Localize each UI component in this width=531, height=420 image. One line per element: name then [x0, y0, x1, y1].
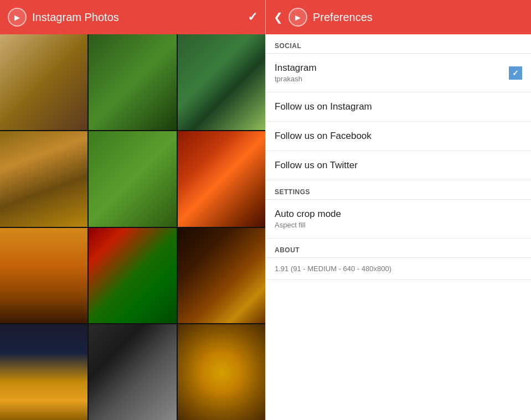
photo-cell[interactable]: [0, 131, 87, 227]
pref-text-follow-instagram: Follow us on Instagram: [275, 101, 372, 112]
left-panel: Instagram Photos ✓: [0, 0, 265, 420]
pref-title-follow-twitter: Follow us on Twitter: [275, 160, 358, 171]
section-header-settings: SETTINGS: [266, 180, 531, 200]
pref-title-follow-instagram: Follow us on Instagram: [275, 101, 372, 112]
photo-cell[interactable]: [178, 34, 265, 130]
left-panel-title: Instagram Photos: [32, 11, 242, 24]
app-logo-left: [8, 8, 27, 27]
instagram-checkbox[interactable]: [509, 66, 522, 80]
pref-text-follow-twitter: Follow us on Twitter: [275, 160, 358, 171]
photo-cell[interactable]: [89, 228, 176, 324]
right-panel: ❮ Preferences SOCIAL Instagram tprakash …: [265, 0, 531, 420]
photo-cell[interactable]: [89, 324, 176, 420]
photo-cell[interactable]: [178, 324, 265, 420]
pref-subtitle-auto-crop: Aspect fill: [275, 221, 341, 229]
section-header-about: ABOUT: [266, 238, 531, 258]
pref-title-follow-facebook: Follow us on Facebook: [275, 131, 372, 142]
photo-cell[interactable]: [0, 324, 87, 420]
pref-item-follow-twitter[interactable]: Follow us on Twitter: [266, 151, 531, 180]
pref-item-instagram[interactable]: Instagram tprakash: [266, 54, 531, 92]
section-header-social: SOCIAL: [266, 34, 531, 54]
left-header: Instagram Photos ✓: [0, 0, 265, 34]
photo-cell[interactable]: [89, 34, 176, 130]
pref-text-instagram: Instagram tprakash: [275, 63, 317, 83]
photo-cell[interactable]: [0, 34, 87, 130]
pref-item-follow-instagram[interactable]: Follow us on Instagram: [266, 92, 531, 122]
pref-item-follow-facebook[interactable]: Follow us on Facebook: [266, 122, 531, 151]
pref-text-auto-crop: Auto crop mode Aspect fill: [275, 209, 341, 229]
back-arrow-icon[interactable]: ❮: [274, 11, 283, 24]
pref-subtitle-instagram: tprakash: [275, 75, 317, 83]
version-info: 1.91 (91 - MEDIUM - 640 - 480x800): [266, 258, 531, 280]
app-logo-right: [288, 8, 307, 27]
photo-grid: [0, 34, 265, 420]
right-panel-title: Preferences: [313, 11, 373, 24]
photo-cell[interactable]: [89, 131, 176, 227]
checkmark-icon[interactable]: ✓: [248, 10, 257, 24]
photo-cell[interactable]: [0, 228, 87, 324]
preferences-list: SOCIAL Instagram tprakash Follow us on I…: [266, 34, 531, 420]
pref-item-auto-crop[interactable]: Auto crop mode Aspect fill: [266, 200, 531, 238]
pref-title-auto-crop: Auto crop mode: [275, 209, 341, 220]
right-header: ❮ Preferences: [266, 0, 531, 34]
pref-text-follow-facebook: Follow us on Facebook: [275, 131, 372, 142]
photo-cell[interactable]: [178, 131, 265, 227]
photo-cell[interactable]: [178, 228, 265, 324]
pref-title-instagram: Instagram: [275, 63, 317, 74]
